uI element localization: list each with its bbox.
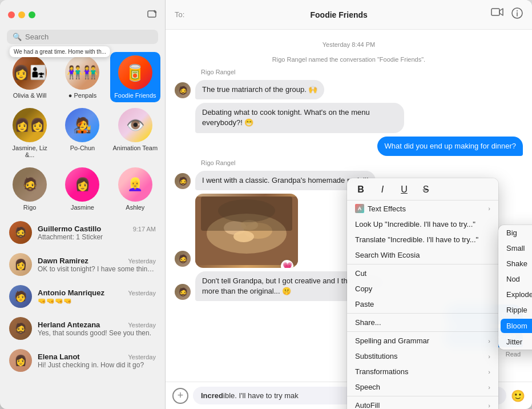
sidebar-item-pochun[interactable]: 🧑‍🎤 Po-Chun — [57, 105, 107, 162]
ctx-label-spelling: Spelling and Grammar — [355, 336, 429, 345]
avatar-animation: 👁️ — [118, 108, 152, 142]
avatar-penpals: 👫👫 — [65, 55, 99, 90]
ctx-formatting-row: B I U S — [347, 178, 498, 201]
avatar-label-rigo: Rigo — [23, 204, 37, 211]
mini-avatar-rigo-6: 🧔 — [175, 284, 191, 300]
avatar-jasmine-group: 👩👩 — [13, 108, 47, 142]
sidebar-item-jasmine[interactable]: 👩 Jasmine — [57, 164, 107, 214]
avatar-grid: We had a great time. Home with th... 👩‍👨… — [0, 50, 165, 216]
sidebar-item-penpals[interactable]: 👫👫 ● Penpals — [57, 52, 107, 102]
ctx-item-speech[interactable]: Speech › — [347, 379, 498, 395]
ctx-label-autofill: AutoFill — [355, 401, 380, 409]
ctx-item-translate[interactable]: Translate "Incredible. I'll have to try.… — [347, 232, 498, 247]
submenu-item-shake[interactable]: Shake — [498, 256, 532, 271]
ctx-label-copy: Copy — [355, 284, 372, 293]
ctx-item-transformations[interactable]: Transformations › — [347, 364, 498, 379]
svg-point-11 — [233, 231, 254, 242]
msg-name-herland: Herland Antezana — [38, 320, 100, 329]
mini-avatar-rigo-4: 🧔 — [175, 173, 191, 189]
submenu-item-ripple[interactable]: Ripple — [498, 302, 532, 318]
sidebar-item-rigo[interactable]: 🧔 Rigo — [5, 164, 55, 214]
ctx-label-transformations: Transformations — [355, 367, 408, 376]
sidebar-item-olivia[interactable]: We had a great time. Home with th... 👩‍👨… — [5, 52, 55, 102]
submenu-item-explode[interactable]: Explode — [498, 287, 532, 302]
add-attachment-button[interactable]: + — [172, 388, 188, 404]
mini-avatar-rigo-photo: 🧔 — [175, 251, 191, 267]
conversation-elena[interactable]: 👩 Elena Lanot Yesterday Hi! Just checkin… — [2, 344, 163, 376]
text-effects-submenu: Big Small Shake Nod Explode Ripple Bloom… — [498, 225, 532, 350]
ctx-item-text-effects[interactable]: A Text Effects › Big Small Shake Nod Exp… — [347, 201, 498, 216]
ctx-item-spelling[interactable]: Spelling and Grammar › — [347, 333, 498, 348]
video-call-button[interactable] — [491, 7, 503, 22]
message-row-1: 🧔 The true matriarch of the group. 🙌 — [175, 80, 523, 99]
conversation-herland[interactable]: 🧔 Herland Antezana Yesterday Yes, that s… — [2, 312, 163, 344]
msg-preview-antonio: 🤜🤜🤜🤜 — [38, 297, 156, 305]
search-input[interactable] — [25, 33, 152, 41]
avatar-pochun: 🧑‍🎤 — [65, 108, 99, 142]
ctx-sep-4 — [347, 396, 498, 396]
ctx-sep-1 — [347, 264, 498, 264]
avatar-elena: 👩 — [9, 349, 32, 372]
fullscreen-button[interactable] — [29, 11, 35, 18]
ctx-item-substitutions[interactable]: Substitutions › — [347, 348, 498, 364]
submenu-item-bloom[interactable]: Bloom — [501, 319, 532, 333]
avatar-label-penpals: ● Penpals — [68, 92, 96, 99]
ctx-sep-3 — [347, 331, 498, 332]
ctx-item-copy[interactable]: Copy — [347, 281, 498, 296]
message-list: 🧔 Guillermo Castillo 9:17 AM Attachment:… — [0, 216, 165, 409]
avatar-label-jasmine: Jasmine — [71, 204, 94, 211]
photo-message: 💗 — [195, 194, 298, 268]
heart-reaction: 💗 — [281, 260, 293, 268]
bubble-1: The true matriarch of the group. 🙌 — [195, 80, 324, 99]
ctx-item-cut[interactable]: Cut — [347, 266, 498, 281]
conversation-guillermo[interactable]: 🧔 Guillermo Castillo 9:17 AM Attachment:… — [2, 216, 163, 248]
compose-button[interactable] — [147, 10, 157, 20]
submenu-item-jitter[interactable]: Jitter — [498, 334, 532, 350]
search-bar[interactable]: 🔍 — [7, 30, 158, 44]
ctx-label-speech: Speech — [355, 383, 380, 391]
message-row-2: Debating what to cook tonight. What's on… — [175, 103, 523, 133]
avatar-label-ashley: Ashley — [126, 204, 144, 211]
sidebar: 🔍 We had a great time. Home with th... 👩… — [0, 0, 166, 409]
system-msg: Rigo Rangel named the conversation "Food… — [175, 56, 523, 63]
ctx-item-ecosia[interactable]: Search With Ecosia — [347, 247, 498, 263]
sender-label-1: Rigo Rangel — [201, 69, 523, 75]
format-underline-button[interactable]: U — [397, 183, 411, 197]
search-icon: 🔍 — [13, 33, 22, 41]
conversation-antonio[interactable]: 🧑 Antonio Manriquez Yesterday 🤜🤜🤜🤜 — [2, 280, 163, 312]
close-button[interactable] — [8, 11, 15, 18]
format-bold-button[interactable]: B — [354, 183, 368, 197]
avatar-olivia: 👩‍👨‍👧 — [13, 55, 47, 90]
emoji-button[interactable]: 🙂 — [511, 389, 525, 403]
ctx-item-share[interactable]: Share... — [347, 315, 498, 330]
avatar-label-foodie: Foodie Friends — [114, 92, 156, 99]
photo-placeholder — [195, 194, 298, 268]
msg-name-elena: Elena Lanot — [38, 352, 80, 361]
sidebar-item-ashley[interactable]: 👱‍♀️ Ashley — [110, 164, 160, 214]
msg-preview-dawn: OK to visit tonight? I have some things … — [38, 265, 156, 273]
format-italic-button[interactable]: I — [376, 183, 389, 197]
sidebar-item-jasmine-group[interactable]: 👩👩 Jasmine, Liz &... — [5, 105, 55, 162]
traffic-lights — [8, 11, 35, 18]
submenu-item-nod[interactable]: Nod — [498, 271, 532, 287]
text-effects-icon: A — [355, 204, 364, 213]
format-strikethrough-button[interactable]: S — [419, 183, 433, 197]
avatar-ashley: 👱‍♀️ — [118, 167, 152, 202]
ctx-label-substitutions: Substitutions — [355, 352, 397, 360]
submenu-item-big[interactable]: Big — [498, 225, 532, 240]
svg-rect-3 — [491, 9, 499, 15]
mini-avatar-rigo-1: 🧔 — [175, 82, 191, 98]
sidebar-item-animation[interactable]: 👁️ Animation Team — [110, 105, 160, 162]
system-time: Yesterday 8:44 PM — [175, 41, 523, 48]
ctx-item-paste[interactable]: Paste — [347, 296, 498, 312]
sidebar-item-foodie[interactable]: 🥫 Foodie Friends — [110, 52, 160, 102]
msg-time-herland: Yesterday — [128, 322, 156, 328]
conversation-dawn[interactable]: 👩 Dawn Ramirez Yesterday OK to visit ton… — [2, 248, 163, 280]
ctx-item-lookup[interactable]: Look Up "Incredible. I'll have to try...… — [347, 216, 498, 232]
minimize-button[interactable] — [18, 11, 25, 18]
submenu-item-small[interactable]: Small — [498, 240, 532, 256]
ctx-item-autofill[interactable]: AutoFill › — [347, 398, 498, 409]
chevron-autofill: › — [488, 402, 490, 409]
info-button[interactable] — [511, 7, 523, 22]
ctx-label-paste: Paste — [355, 300, 374, 308]
